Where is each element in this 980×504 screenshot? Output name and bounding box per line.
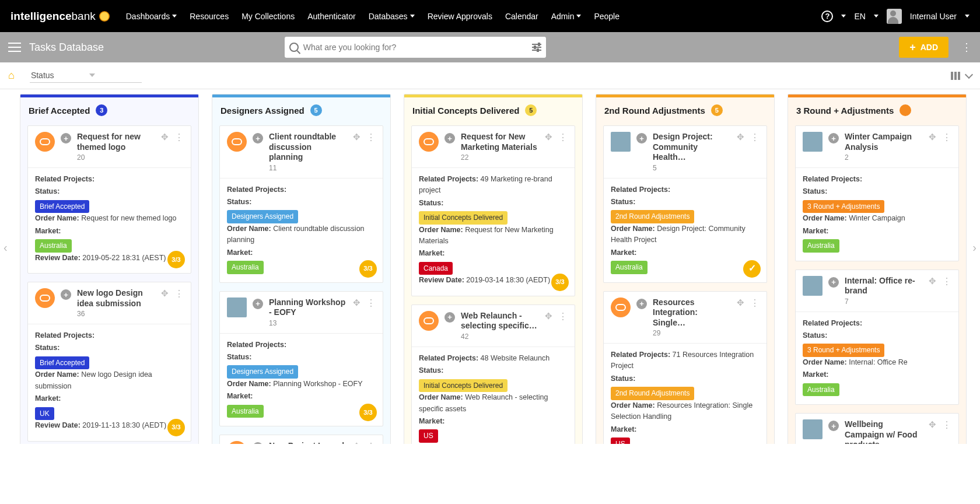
move-icon[interactable]: ✥ (929, 276, 936, 306)
user-avatar-icon[interactable] (887, 9, 902, 24)
more-icon[interactable]: ⋮ (961, 41, 972, 54)
scroll-right-icon[interactable]: › (972, 241, 977, 254)
market-pill: Australia (35, 239, 72, 253)
task-card[interactable]: + Request for New Marketing Materials 22… (411, 125, 575, 296)
chevron-down-icon (89, 74, 95, 77)
nav-link[interactable]: Admin (551, 12, 582, 21)
task-card[interactable]: + Client roundtable discussion planning … (219, 125, 383, 283)
task-card[interactable]: + New Project Launch ✥ ⋮ (219, 435, 383, 444)
sub-header: Tasks Database +ADD ⋮ (0, 32, 980, 62)
progress-badge: 3/3 (167, 251, 185, 268)
brand-logo[interactable]: intelligencebank (10, 10, 110, 23)
nav-link[interactable]: People (594, 12, 620, 21)
chevron-down-icon[interactable] (965, 15, 970, 18)
more-icon[interactable]: ⋮ (942, 419, 951, 444)
card-thumbnail (227, 298, 247, 317)
add-circle-icon[interactable]: + (61, 289, 71, 300)
column-view-icon[interactable] (951, 72, 960, 80)
task-card[interactable]: + Resources Integration: Single… 29 ✥ ⋮ … (603, 291, 767, 444)
move-icon[interactable]: ✥ (929, 132, 936, 162)
add-circle-icon[interactable]: + (636, 133, 647, 144)
sun-icon (99, 11, 110, 22)
move-icon[interactable]: ✥ (929, 419, 936, 444)
more-icon[interactable]: ⋮ (942, 276, 951, 306)
card-title: Web Relaunch - selecting specific… (461, 311, 539, 331)
scroll-left-icon[interactable]: ‹ (4, 241, 8, 254)
card-title: Winter Campaign Analysis (845, 132, 923, 152)
chevron-down-icon[interactable] (874, 15, 878, 18)
more-icon[interactable]: ⋮ (558, 132, 568, 162)
card-id: 36 (77, 310, 155, 318)
more-icon[interactable]: ⋮ (366, 441, 376, 444)
nav-link[interactable]: Databases (369, 12, 415, 21)
move-icon[interactable]: ✥ (545, 311, 552, 341)
more-icon[interactable]: ⋮ (366, 132, 376, 172)
task-card[interactable]: + Winter Campaign Analysis 2 ✥ ⋮ Related… (795, 125, 959, 261)
move-icon[interactable]: ✥ (545, 132, 552, 162)
more-icon[interactable]: ⋮ (750, 132, 760, 172)
kanban-column: Initial Concepts Delivered 5 + Request f… (404, 94, 583, 444)
add-circle-icon[interactable]: + (253, 299, 263, 309)
nav-link[interactable]: Calendar (505, 12, 538, 21)
status-pill: Brief Accepted (35, 200, 89, 214)
search-input[interactable] (299, 43, 532, 52)
nav-link[interactable]: Dashboards (126, 12, 177, 21)
move-icon[interactable]: ✥ (737, 298, 744, 338)
card-title: New Project Launch (269, 441, 347, 444)
card-id: 2 (845, 153, 923, 162)
move-icon[interactable]: ✥ (161, 132, 169, 162)
more-icon[interactable]: ⋮ (174, 288, 184, 318)
nav-link[interactable]: Review Approvals (428, 12, 492, 21)
add-circle-icon[interactable]: + (828, 421, 839, 431)
add-circle-icon[interactable]: + (636, 299, 647, 309)
chevron-down-icon[interactable] (841, 15, 846, 18)
status-select[interactable]: Status (30, 68, 142, 83)
add-circle-icon[interactable]: + (253, 442, 263, 444)
task-card[interactable]: + Request for new themed logo 20 ✥ ⋮ Rel… (27, 125, 191, 274)
user-name[interactable]: Internal User (910, 12, 957, 21)
task-card[interactable]: + New logo Design idea submission 36 ✥ ⋮… (27, 282, 191, 441)
home-icon[interactable]: ⌂ (8, 69, 15, 82)
move-icon[interactable]: ✥ (737, 132, 744, 172)
move-icon[interactable]: ✥ (161, 288, 169, 318)
market-pill: Australia (227, 405, 264, 418)
move-icon[interactable]: ✥ (353, 298, 360, 327)
kanban-column: Designers Assigned 5 + Client roundtable… (212, 94, 391, 444)
add-circle-icon[interactable]: + (253, 133, 263, 144)
nav-link[interactable]: Resources (190, 12, 229, 21)
progress-badge (743, 260, 761, 278)
filter-sliders-icon[interactable] (532, 44, 541, 51)
menu-icon[interactable] (8, 43, 21, 52)
chevron-down-icon (576, 15, 581, 18)
add-circle-icon[interactable]: + (61, 133, 71, 144)
task-card[interactable]: + Design Project: Community Health… 5 ✥ … (603, 125, 767, 283)
more-icon[interactable]: ⋮ (174, 132, 184, 162)
task-card[interactable]: + Web Relaunch - selecting specific… 42 … (411, 304, 575, 444)
count-badge: 5 (310, 104, 322, 116)
nav-link[interactable]: My Collections (242, 12, 295, 21)
card-thumbnail (227, 132, 247, 152)
card-thumbnail (611, 132, 631, 152)
board-wrap: ‹ › Brief Accepted 3 + Request for new t… (0, 89, 980, 444)
add-circle-icon[interactable]: + (828, 277, 839, 288)
task-card[interactable]: + Planning Workshop - EOFY 13 ✥ ⋮ Relate… (219, 291, 383, 427)
chevron-down-icon[interactable] (965, 70, 973, 78)
task-card[interactable]: + Internal: Office re-brand 7 ✥ ⋮ Relate… (795, 270, 959, 405)
more-icon[interactable]: ⋮ (750, 298, 760, 338)
more-icon[interactable]: ⋮ (558, 311, 568, 341)
move-icon[interactable]: ✥ (353, 132, 360, 172)
add-circle-icon[interactable]: + (828, 133, 839, 144)
add-circle-icon[interactable]: + (444, 133, 455, 144)
cloud-icon (424, 138, 434, 145)
task-card[interactable]: + Wellbeing Campaign w/ Food products 8 … (795, 413, 959, 444)
add-button[interactable]: +ADD (899, 37, 949, 58)
lang-switch[interactable]: EN (854, 12, 865, 21)
more-icon[interactable]: ⋮ (942, 132, 951, 162)
help-icon[interactable]: ? (821, 10, 833, 22)
move-icon[interactable]: ✥ (353, 441, 360, 444)
add-circle-icon[interactable]: + (444, 312, 455, 323)
kanban-column: 3 Round + Adjustments + Winter Campaign … (788, 94, 967, 444)
card-title: New logo Design idea submission (77, 288, 155, 309)
more-icon[interactable]: ⋮ (366, 298, 376, 327)
nav-link[interactable]: Authenticator (307, 12, 356, 21)
